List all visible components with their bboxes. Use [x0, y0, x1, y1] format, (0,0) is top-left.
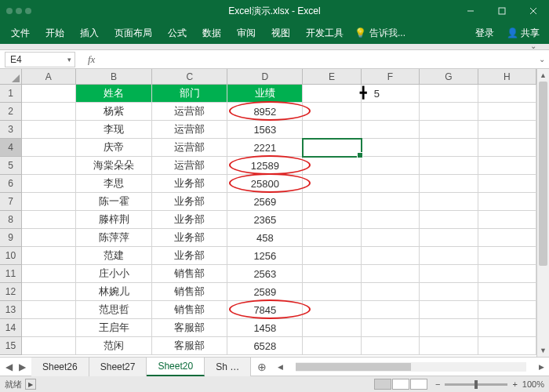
scroll-thumb[interactable]	[539, 82, 547, 266]
cell-D5[interactable]: 12589	[227, 157, 303, 175]
row-header-8[interactable]: 8	[0, 211, 22, 229]
cell-B1[interactable]: 姓名	[76, 85, 153, 103]
row-header-3[interactable]: 3	[0, 121, 22, 139]
cell-G6[interactable]	[420, 175, 478, 193]
cell-G1[interactable]	[420, 85, 478, 103]
cell-E6[interactable]	[303, 175, 361, 193]
col-header-C[interactable]: C	[152, 69, 227, 85]
formula-input[interactable]	[101, 52, 535, 67]
cell-H5[interactable]	[478, 157, 536, 175]
cell-C10[interactable]: 业务部	[152, 247, 227, 265]
dropdown-icon[interactable]: ▾	[67, 56, 71, 64]
cell-D6[interactable]: 25800	[227, 175, 303, 193]
cell-G12[interactable]	[420, 283, 478, 301]
cell-E7[interactable]	[303, 193, 361, 211]
cell-H14[interactable]	[478, 319, 536, 337]
close-button[interactable]	[518, 0, 549, 22]
cell-E4[interactable]	[303, 139, 361, 157]
cell-B12[interactable]: 林婉儿	[76, 283, 153, 301]
select-all[interactable]	[0, 69, 22, 85]
cell-G11[interactable]	[420, 265, 478, 283]
row-header-15[interactable]: 15	[0, 337, 22, 355]
horizontal-scrollbar[interactable]: ◀ ▶	[273, 362, 549, 372]
cell-A1[interactable]	[22, 85, 76, 103]
name-box[interactable]: E4▾	[5, 52, 75, 67]
ribbon-tab-1[interactable]: 开始	[38, 22, 72, 44]
cell-B3[interactable]: 李现	[76, 121, 153, 139]
ribbon-tab-4[interactable]: 公式	[160, 22, 195, 44]
cell-E5[interactable]	[303, 157, 361, 175]
cell-B6[interactable]: 李思	[76, 175, 153, 193]
row-header-4[interactable]: 4	[0, 139, 22, 157]
ribbon-tab-8[interactable]: 开发工具	[298, 22, 351, 44]
cell-C11[interactable]: 销售部	[152, 265, 227, 283]
cell-F10[interactable]	[362, 247, 420, 265]
scroll-up-icon[interactable]: ▲	[537, 69, 549, 82]
row-header-2[interactable]: 2	[0, 103, 22, 121]
cell-D8[interactable]: 2365	[227, 211, 303, 229]
cell-G9[interactable]	[420, 229, 478, 247]
sheet-tab-Sh …[interactable]: Sh …	[205, 358, 251, 376]
cell-G5[interactable]	[420, 157, 478, 175]
col-header-G[interactable]: G	[420, 69, 478, 85]
row-header-12[interactable]: 12	[0, 283, 22, 301]
cell-C2[interactable]: 运营部	[152, 103, 227, 121]
cell-H12[interactable]	[478, 283, 536, 301]
cell-F1[interactable]: ╋5	[362, 85, 420, 103]
cell-A2[interactable]	[22, 103, 76, 121]
cell-B7[interactable]: 陈一霍	[76, 193, 153, 211]
col-header-E[interactable]: E	[303, 69, 361, 85]
row-header-11[interactable]: 11	[0, 265, 22, 283]
cell-A15[interactable]	[22, 337, 76, 355]
cell-F12[interactable]	[362, 283, 420, 301]
view-break[interactable]	[410, 379, 427, 390]
cell-E8[interactable]	[303, 211, 361, 229]
cell-D9[interactable]: 458	[227, 229, 303, 247]
cell-A12[interactable]	[22, 283, 76, 301]
row-header-13[interactable]: 13	[0, 301, 22, 319]
cell-C6[interactable]: 业务部	[152, 175, 227, 193]
vertical-scrollbar[interactable]: ▲ ▼	[536, 69, 549, 357]
cell-C9[interactable]: 业务部	[152, 229, 227, 247]
cell-F13[interactable]	[362, 301, 420, 319]
hscroll-thumb[interactable]	[296, 363, 411, 371]
cell-G14[interactable]	[420, 319, 478, 337]
maximize-button[interactable]	[486, 0, 518, 22]
cell-D12[interactable]: 2589	[227, 283, 303, 301]
cell-C7[interactable]: 业务部	[152, 193, 227, 211]
row-header-10[interactable]: 10	[0, 247, 22, 265]
cell-A4[interactable]	[22, 139, 76, 157]
cell-H6[interactable]	[478, 175, 536, 193]
cells[interactable]: 姓名部门业绩╋5杨紫运营部8952李现运营部1563庆帝运营部2221海棠朵朵运…	[22, 85, 536, 355]
view-layout[interactable]	[392, 379, 409, 390]
col-header-D[interactable]: D	[227, 69, 303, 85]
row-header-14[interactable]: 14	[0, 319, 22, 337]
cell-G2[interactable]	[420, 103, 478, 121]
ribbon-tab-7[interactable]: 视图	[264, 22, 298, 44]
cell-B2[interactable]: 杨紫	[76, 103, 153, 121]
col-header-F[interactable]: F	[362, 69, 420, 85]
sheet-nav-next[interactable]: ▶	[16, 361, 28, 372]
view-normal[interactable]	[374, 379, 391, 390]
cell-G13[interactable]	[420, 301, 478, 319]
cell-C12[interactable]: 销售部	[152, 283, 227, 301]
cell-C3[interactable]: 运营部	[152, 121, 227, 139]
expand-formula-icon[interactable]: ⌄	[535, 55, 549, 64]
cell-C1[interactable]: 部门	[152, 85, 227, 103]
cell-F11[interactable]	[362, 265, 420, 283]
cell-A7[interactable]	[22, 193, 76, 211]
cell-H15[interactable]	[478, 337, 536, 355]
cell-E14[interactable]	[303, 319, 361, 337]
cell-D7[interactable]: 2569	[227, 193, 303, 211]
cell-B13[interactable]: 范思哲	[76, 301, 153, 319]
cell-H9[interactable]	[478, 229, 536, 247]
cell-C4[interactable]: 运营部	[152, 139, 227, 157]
cell-A8[interactable]	[22, 211, 76, 229]
cell-C14[interactable]: 客服部	[152, 319, 227, 337]
cell-B5[interactable]: 海棠朵朵	[76, 157, 153, 175]
cell-H10[interactable]	[478, 247, 536, 265]
cell-D3[interactable]: 1563	[227, 121, 303, 139]
cell-A9[interactable]	[22, 229, 76, 247]
row-header-5[interactable]: 5	[0, 157, 22, 175]
row-header-7[interactable]: 7	[0, 193, 22, 211]
